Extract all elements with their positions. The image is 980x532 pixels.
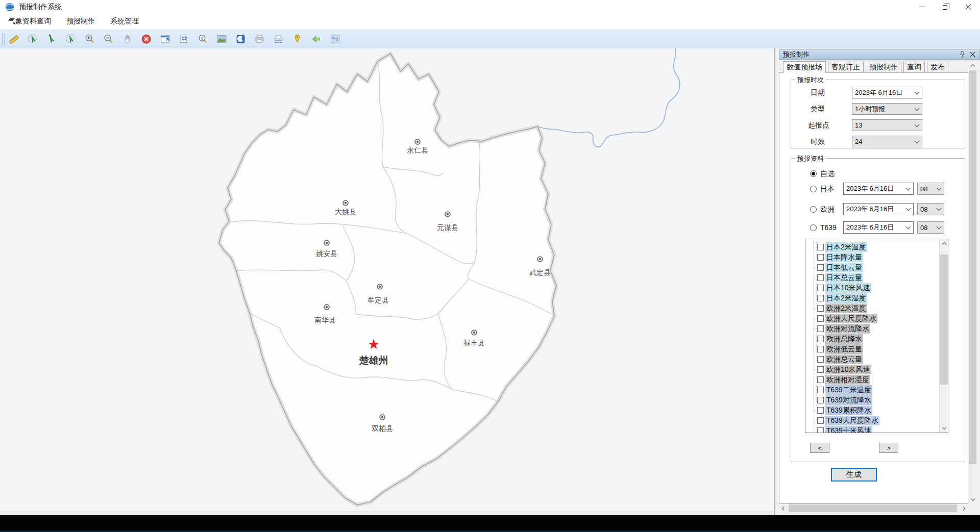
radio-custom[interactable] [810, 170, 817, 177]
map-export-icon[interactable] [326, 32, 345, 47]
tree-item[interactable]: 日本2米温度 [805, 242, 948, 252]
tab-query[interactable]: 查询 [903, 62, 925, 72]
fit-window-icon[interactable] [156, 32, 175, 47]
t639-hour-combo[interactable]: 08 [917, 221, 944, 234]
tree-item[interactable]: T639对流降水 [805, 395, 948, 405]
tree-item[interactable]: T639十米风速 [805, 425, 948, 433]
tab-objective-correction[interactable]: 客观订正 [828, 62, 864, 72]
tree-item[interactable]: 欧洲低云量 [805, 344, 948, 354]
restore-button[interactable] [933, 0, 957, 14]
panel-vertical-scrollbar[interactable] [968, 61, 977, 504]
tree-item[interactable]: 日本低云量 [805, 262, 948, 272]
tree-item[interactable]: 欧洲总云量 [805, 354, 948, 364]
zoom-out-icon[interactable] [99, 32, 118, 47]
forecast-element-tree[interactable]: 日本2米温度日本降水量日本低云量日本总云量日本10米风速日本2米湿度欧洲2米温度… [805, 239, 948, 433]
tree-item[interactable]: 欧洲大尺度降水 [805, 313, 948, 323]
tree-item[interactable]: 日本10米风速 [805, 283, 948, 293]
europe-date-combo[interactable]: 2023年 6月16日 [843, 203, 914, 215]
image-view-icon[interactable] [212, 32, 231, 47]
stop-icon[interactable] [137, 32, 156, 47]
tab-publish[interactable]: 发布 [927, 62, 948, 72]
back-arrow-icon[interactable] [307, 32, 326, 47]
tree-item-checkbox[interactable] [817, 366, 824, 373]
scroll-up-icon[interactable] [940, 239, 948, 248]
prev-button[interactable]: < [810, 443, 829, 453]
scroll-left-icon[interactable] [779, 504, 788, 513]
tree-scrollbar[interactable] [939, 239, 948, 433]
tree-item[interactable]: 日本降水量 [805, 252, 948, 262]
panel-hscroll-thumb[interactable] [789, 504, 957, 512]
tree-item-checkbox[interactable] [817, 336, 824, 342]
tree-item-checkbox[interactable] [817, 305, 824, 312]
menu-weather-data-query[interactable]: 气象资料查询 [0, 14, 59, 29]
tree-item[interactable]: 欧洲总降水 [805, 334, 948, 344]
tree-item-checkbox[interactable] [817, 244, 824, 250]
panel-splitter[interactable] [774, 48, 779, 515]
japan-hour-combo[interactable]: 08 [917, 183, 944, 195]
tree-item-checkbox[interactable] [817, 387, 824, 393]
start-point-combo[interactable]: 13 [852, 119, 922, 131]
scroll-right-icon[interactable] [960, 504, 968, 513]
tree-item-checkbox[interactable] [817, 417, 824, 424]
t639-date-combo[interactable]: 2023年 6月16日 [843, 221, 914, 234]
next-button[interactable]: > [879, 443, 898, 453]
radio-japan[interactable] [810, 186, 817, 192]
tree-item-checkbox[interactable] [817, 397, 824, 403]
page-setup-icon[interactable] [269, 32, 288, 47]
select-lasso-icon[interactable] [61, 32, 80, 47]
type-combo[interactable]: 1小时预报 [852, 103, 922, 115]
select-area-icon[interactable] [23, 32, 42, 47]
scroll-down-icon[interactable] [940, 424, 948, 433]
tab-forecast-production[interactable]: 预报制作 [866, 62, 901, 72]
pan-hand-icon[interactable] [118, 32, 137, 47]
tree-item-checkbox[interactable] [817, 285, 824, 291]
menu-system-management[interactable]: 系统管理 [103, 14, 146, 29]
tree-item-checkbox[interactable] [817, 254, 824, 261]
panel-close-icon[interactable] [969, 51, 976, 58]
tree-item-checkbox[interactable] [817, 346, 824, 352]
minimize-button[interactable] [910, 0, 933, 14]
tree-item-checkbox[interactable] [817, 427, 824, 434]
duration-combo[interactable]: 24 [852, 136, 922, 147]
tree-item-checkbox[interactable] [817, 295, 824, 301]
refresh-doc-icon[interactable] [175, 32, 193, 47]
location-pin-icon[interactable] [288, 32, 307, 47]
pin-icon[interactable] [958, 50, 966, 59]
radio-t639[interactable] [810, 224, 817, 231]
panel-vscroll-thumb[interactable] [969, 70, 976, 464]
map-canvas[interactable]: 永仁县大姚县元谋县姚安县武定县牟定县南华县禄丰县双柏县 ★ 楚雄州 [0, 48, 774, 512]
map-swatch-icon[interactable] [231, 32, 250, 47]
generate-button[interactable]: 生成 [831, 468, 877, 482]
tree-item[interactable]: T639二米温度 [805, 385, 948, 395]
tree-item-checkbox[interactable] [817, 264, 824, 271]
tree-item[interactable]: 欧洲相对湿度 [805, 374, 948, 385]
tree-item-checkbox[interactable] [817, 356, 824, 363]
radio-europe[interactable] [810, 206, 817, 213]
print-icon[interactable] [250, 32, 269, 47]
tree-item[interactable]: T639累积降水 [805, 405, 948, 415]
panel-horizontal-scrollbar[interactable] [779, 504, 968, 513]
date-combo[interactable]: 2023年 6月16日 [852, 87, 922, 98]
tree-item-checkbox[interactable] [817, 325, 824, 332]
close-button[interactable] [957, 0, 980, 14]
tree-item[interactable]: 欧洲对流降水 [805, 323, 948, 334]
tree-item[interactable]: T639大尺度降水 [805, 415, 948, 425]
tree-item[interactable]: 欧洲2米温度 [805, 303, 948, 313]
tree-item-checkbox[interactable] [817, 315, 824, 322]
tree-item-checkbox[interactable] [817, 274, 824, 281]
japan-date-combo[interactable]: 2023年 6月16日 [843, 183, 914, 195]
tree-item[interactable]: 日本2米湿度 [805, 293, 948, 303]
zoom-in-icon[interactable] [80, 32, 99, 47]
scroll-up-icon[interactable] [968, 61, 977, 70]
select-arrow-icon[interactable] [42, 32, 61, 47]
tree-item-checkbox[interactable] [817, 376, 824, 383]
tree-item[interactable]: 日本总云量 [805, 272, 948, 283]
europe-hour-combo[interactable]: 08 [917, 203, 944, 215]
menu-forecast-production[interactable]: 预报制作 [59, 14, 103, 29]
tree-item[interactable]: 欧洲10米风速 [805, 364, 948, 374]
tree-scroll-thumb[interactable] [940, 255, 948, 385]
tab-numeric-forecast-field[interactable]: 数值预报场 [783, 61, 826, 73]
identify-query-icon[interactable]: ? [193, 32, 212, 47]
scroll-down-icon[interactable] [968, 495, 977, 504]
tree-item-checkbox[interactable] [817, 407, 824, 414]
